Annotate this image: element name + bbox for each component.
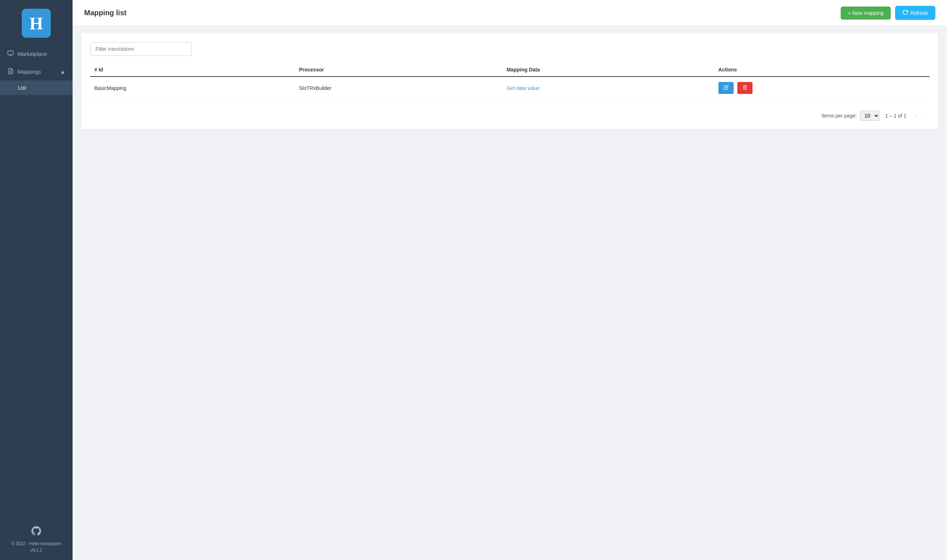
sidebar-item-list-label: List	[18, 85, 26, 91]
table-row: BasicMapping SloTRxBuilder Get data valu…	[90, 77, 930, 99]
pagination: Items per page: 5102550 1 – 1 of 1 ‹ ›	[90, 107, 930, 121]
cell-id: BasicMapping	[90, 77, 295, 99]
delete-button[interactable]	[737, 82, 753, 94]
mappings-label: Mappings	[17, 69, 41, 75]
svg-rect-0	[8, 51, 14, 55]
sidebar-item-marketplace[interactable]: Marketplace	[0, 45, 72, 63]
sidebar-section-mappings: Mappings ▲ List	[0, 63, 72, 95]
page-header: Mapping list + New mapping Refresh	[72, 0, 947, 26]
app-logo: H	[22, 9, 51, 38]
marketplace-icon	[7, 50, 14, 58]
table-header-row: # Id Processor Mapping Data Actions	[90, 63, 930, 77]
main-content: Mapping list + New mapping Refresh	[72, 0, 947, 560]
col-header-mapping-data: Mapping Data	[502, 63, 714, 77]
col-header-id: # Id	[90, 63, 295, 77]
footer-version: v0.1.2	[4, 548, 69, 553]
content-area: # Id Processor Mapping Data Actions Basi…	[72, 26, 947, 560]
prev-page-button[interactable]: ‹	[912, 110, 920, 121]
mappings-table: # Id Processor Mapping Data Actions Basi…	[90, 63, 930, 99]
refresh-icon	[902, 9, 908, 16]
chevron-up-icon: ▲	[60, 69, 65, 75]
page-title: Mapping list	[84, 9, 126, 17]
edit-button[interactable]	[718, 82, 734, 94]
sidebar: H Marketplace Mappings	[0, 0, 72, 560]
col-header-actions: Actions	[714, 63, 930, 77]
cell-actions	[714, 77, 930, 99]
sidebar-footer: © 2022 - Helio ecosystem v0.1.2	[0, 517, 72, 560]
sidebar-navigation: Marketplace Mappings ▲ List	[0, 45, 72, 517]
pagination-nav: ‹ ›	[912, 110, 930, 121]
cell-processor: SloTRxBuilder	[295, 77, 502, 99]
items-per-page-label: Items per page:	[821, 113, 857, 118]
mappings-icon	[7, 68, 14, 75]
github-icon[interactable]	[29, 524, 43, 538]
footer-copyright: © 2022 - Helio ecosystem	[4, 541, 69, 546]
sidebar-mappings-header[interactable]: Mappings ▲	[0, 63, 72, 80]
new-mapping-button[interactable]: + New mapping	[841, 6, 891, 20]
next-page-button[interactable]: ›	[922, 110, 930, 121]
sidebar-item-list[interactable]: List	[0, 80, 72, 95]
header-actions: + New mapping Refresh	[841, 6, 935, 20]
mapping-card: # Id Processor Mapping Data Actions Basi…	[81, 33, 938, 129]
items-per-page-select[interactable]: 5102550	[860, 111, 879, 121]
filter-input[interactable]	[90, 42, 192, 56]
pagination-range: 1 – 1 of 1	[885, 113, 906, 118]
col-header-processor: Processor	[295, 63, 502, 77]
cell-mapping-data: Get data value	[502, 77, 714, 99]
refresh-label: Refresh	[910, 10, 928, 16]
refresh-button[interactable]: Refresh	[895, 6, 935, 20]
mapping-data-link[interactable]: Get data value	[507, 85, 539, 91]
items-per-page-section: Items per page: 5102550	[821, 111, 879, 121]
sidebar-item-marketplace-label: Marketplace	[17, 51, 47, 57]
